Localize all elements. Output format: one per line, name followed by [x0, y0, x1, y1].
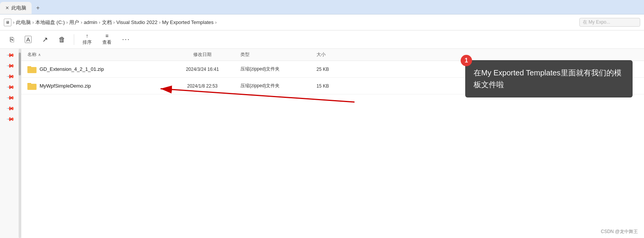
- breadcrumb-bar: 🖥 › 此电脑 › 本地磁盘 (C:) › 用户 › admin › 文档 › …: [0, 14, 644, 30]
- computer-icon: 🖥: [4, 19, 11, 26]
- pin-icon-2[interactable]: 📌: [6, 61, 15, 70]
- trash-icon: 🗑: [59, 36, 65, 43]
- svg-rect-2: [27, 67, 37, 73]
- breadcrumb-sep-3: ›: [81, 20, 82, 25]
- breadcrumb-sep-5: ›: [113, 20, 115, 25]
- rename-icon: A: [25, 36, 32, 43]
- plus-icon: +: [36, 5, 40, 11]
- tab-bar: ✕ 此电脑 +: [0, 0, 644, 14]
- col-type-header: 类型: [240, 51, 316, 58]
- watermark: CSDN @龙中舞王: [601, 228, 638, 235]
- breadcrumb-computer[interactable]: 🖥: [4, 19, 11, 26]
- breadcrumb-sep-4: ›: [99, 20, 100, 25]
- copy-icon: ⎘: [10, 36, 14, 43]
- more-button[interactable]: ···: [118, 34, 134, 45]
- toolbar: ⎘ A ↗ 🗑 ↑ 排序 ≡ 查看 ···: [0, 30, 644, 49]
- col-name-header: 名称 ∧: [27, 51, 164, 58]
- breadcrumb-sep-2: ›: [66, 20, 68, 25]
- file-name-cell: GD_Extension_4_2_1_01.zip: [27, 65, 164, 73]
- file-date: 2024/1/8 22:53: [164, 83, 240, 89]
- file-name: MyWpfSimpleDemo.zip: [40, 83, 91, 89]
- copy-button[interactable]: ⎘: [6, 35, 18, 45]
- sidebar: 📌 📌 📌 📌 📌 📌 📌: [0, 49, 21, 238]
- main-area: 📌 📌 📌 📌 📌 📌 📌 名称 ∧ 修改日期 类型 大小: [0, 49, 644, 238]
- breadcrumb-local-disk[interactable]: 本地磁盘 (C:): [35, 19, 65, 26]
- breadcrumb-users[interactable]: 用户: [69, 19, 79, 26]
- file-area: 名称 ∧ 修改日期 类型 大小: [21, 49, 644, 238]
- pin-icon-5[interactable]: 📌: [6, 93, 15, 102]
- file-type: 压缩(zipped)文件夹: [240, 66, 316, 72]
- view-button[interactable]: ≡ 查看: [99, 32, 115, 47]
- close-icon[interactable]: ✕: [5, 5, 9, 11]
- sort-icon: ↑: [86, 33, 89, 38]
- sort-button[interactable]: ↑ 排序: [79, 32, 95, 47]
- search-box[interactable]: 在 My Expo...: [579, 18, 640, 27]
- col-size-header: 大小: [316, 51, 347, 58]
- col-date-header: 修改日期: [164, 51, 240, 58]
- new-tab-button[interactable]: +: [32, 2, 44, 14]
- breadcrumb-sep-0: ›: [13, 20, 14, 25]
- folder-icon: [27, 65, 37, 73]
- file-size: 15 KB: [316, 83, 347, 89]
- file-size: 25 KB: [316, 67, 347, 72]
- tab-label: 此电脑: [11, 5, 26, 11]
- folder-icon: [27, 82, 37, 90]
- breadcrumb-sep-1: ›: [32, 20, 34, 25]
- breadcrumb-admin[interactable]: admin: [84, 19, 97, 25]
- breadcrumb-this-pc[interactable]: 此电脑: [16, 19, 31, 26]
- tooltip-box: 1 在My Exported Templates里面就有我们的模板文件啦: [465, 60, 633, 97]
- sidebar-scrollbar[interactable]: [19, 49, 21, 238]
- sort-arrow-icon: ∧: [38, 53, 41, 57]
- file-name-cell: MyWpfSimpleDemo.zip: [27, 82, 164, 90]
- column-headers: 名称 ∧ 修改日期 类型 大小: [21, 49, 644, 61]
- pin-icon-1[interactable]: 📌: [6, 50, 15, 59]
- view-icon: ≡: [105, 33, 108, 38]
- share-button[interactable]: ↗: [38, 35, 52, 45]
- breadcrumb-sep-6: ›: [159, 20, 161, 25]
- sidebar-scrollbar-thumb: [19, 53, 21, 75]
- share-icon: ↗: [42, 36, 48, 43]
- svg-rect-5: [27, 84, 37, 90]
- active-tab[interactable]: ✕ 此电脑: [0, 2, 32, 14]
- rename-button[interactable]: A: [21, 34, 35, 45]
- pin-icon-6[interactable]: 📌: [6, 104, 15, 112]
- pin-icon-7[interactable]: 📌: [6, 114, 15, 123]
- breadcrumb-my-exported-templates[interactable]: My Exported Templates: [162, 19, 214, 25]
- pin-icon-3[interactable]: 📌: [6, 72, 15, 80]
- breadcrumb-documents[interactable]: 文档: [102, 19, 112, 26]
- delete-button[interactable]: 🗑: [55, 35, 69, 45]
- tooltip-text: 在My Exported Templates里面就有我们的模板文件啦: [474, 69, 622, 89]
- tooltip-badge: 1: [461, 55, 472, 66]
- file-type: 压缩(zipped)文件夹: [240, 83, 316, 89]
- file-name: GD_Extension_4_2_1_01.zip: [40, 66, 104, 72]
- pin-icon-4[interactable]: 📌: [6, 82, 15, 91]
- toolbar-separator: [74, 34, 74, 45]
- breadcrumb-visual-studio[interactable]: Visual Studio 2022: [116, 19, 157, 25]
- file-date: 2024/3/24 16:41: [164, 67, 240, 72]
- breadcrumb-sep-7: ›: [215, 20, 217, 25]
